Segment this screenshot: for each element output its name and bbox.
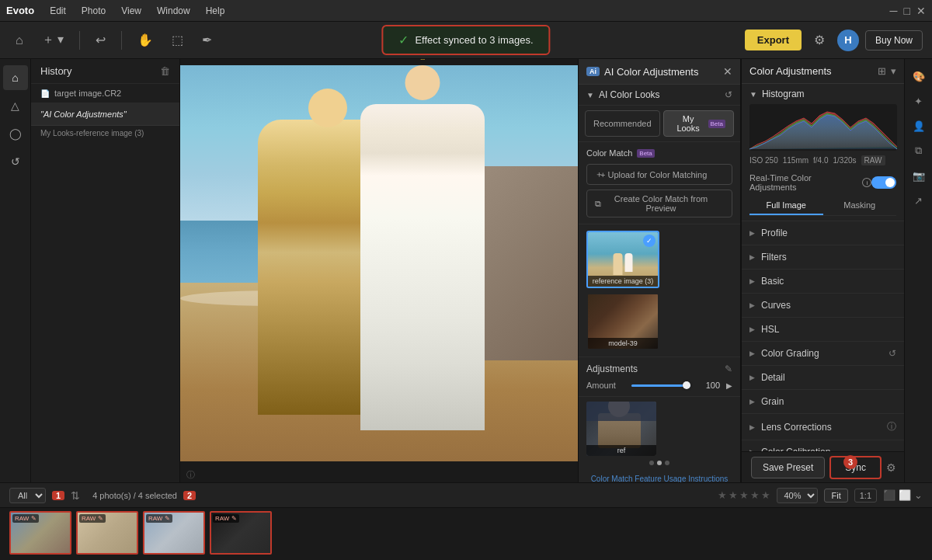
hsl-label: HSL bbox=[761, 324, 779, 335]
retouch-icon[interactable]: ◯ bbox=[3, 121, 28, 146]
tab-my-looks[interactable]: My Looks Beta bbox=[663, 110, 734, 137]
info-icon[interactable]: ⓘ bbox=[186, 469, 195, 481]
accordion-filters-header[interactable]: ▶ Filters bbox=[742, 245, 904, 269]
history-item-file[interactable]: 📄 target image.CR2 bbox=[31, 84, 179, 103]
undo-btn[interactable]: ↩ bbox=[89, 28, 112, 52]
film-thumb-2[interactable]: RAW ✎ bbox=[76, 511, 138, 555]
sync-gear-btn[interactable]: ⚙ bbox=[886, 461, 896, 474]
buy-now-button[interactable]: Buy Now bbox=[865, 30, 923, 50]
bride-figure: ♛ bbox=[360, 104, 485, 430]
history-clear-btn[interactable]: 🗑 bbox=[160, 65, 170, 77]
export-button[interactable]: Export bbox=[745, 30, 802, 50]
ai-panel-close-btn[interactable]: ✕ bbox=[723, 65, 732, 78]
menu-help[interactable]: Help bbox=[203, 4, 228, 18]
refresh-btn[interactable]: ↺ bbox=[725, 89, 732, 100]
layers-icon[interactable]: ⧉ bbox=[908, 140, 930, 162]
adjustments-title: Adjustments bbox=[586, 363, 638, 374]
film-thumb-4[interactable]: RAW ✎ bbox=[210, 511, 272, 555]
realtime-info-icon[interactable]: i bbox=[862, 178, 871, 187]
history-filename: target image.CR2 bbox=[54, 89, 121, 98]
accordion-curves-header[interactable]: ▶ Curves bbox=[742, 294, 904, 317]
minimize-btn[interactable]: ─ bbox=[890, 5, 898, 17]
figure-2 bbox=[625, 253, 633, 272]
history-active-item[interactable]: "AI Color Adjustments" bbox=[31, 103, 179, 126]
history-icon[interactable]: ↺ bbox=[3, 149, 28, 174]
tab-recommended[interactable]: Recommended bbox=[585, 110, 660, 137]
star-3[interactable]: ★ bbox=[739, 489, 749, 501]
color-match-instructions-link[interactable]: Color Match Feature Usage Instructions bbox=[579, 470, 740, 482]
accordion-basic-header[interactable]: ▶ Basic bbox=[742, 270, 904, 293]
ref-thumbnail[interactable]: ref bbox=[586, 402, 656, 456]
accordion-grain-header[interactable]: ▶ Grain bbox=[742, 390, 904, 413]
export-icon[interactable]: ↗ bbox=[908, 190, 930, 211]
expand-btn[interactable]: ▾ bbox=[891, 65, 896, 77]
fit-btn[interactable]: Fit bbox=[824, 489, 847, 503]
crop-btn[interactable]: ⬚ bbox=[165, 28, 190, 52]
close-btn[interactable]: ✕ bbox=[916, 5, 926, 17]
realtime-toggle[interactable] bbox=[871, 176, 896, 189]
avatar-btn[interactable]: H bbox=[837, 30, 859, 51]
accordion-detail-header[interactable]: ▶ Detail bbox=[742, 366, 904, 389]
maximize-btn[interactable]: □ bbox=[904, 5, 910, 17]
camera-icon[interactable]: 📷 bbox=[908, 165, 930, 186]
amount-slider[interactable] bbox=[631, 384, 690, 387]
menu-view[interactable]: View bbox=[118, 4, 144, 18]
adjustments-icon[interactable]: △ bbox=[3, 93, 28, 118]
realtime-label: Real-Time Color Adjustments i bbox=[749, 173, 871, 192]
star-4[interactable]: ★ bbox=[750, 489, 760, 501]
detail-label: Detail bbox=[761, 372, 785, 383]
sort-btn[interactable]: ⇅ bbox=[71, 489, 80, 502]
home-btn[interactable]: ⌂ bbox=[9, 29, 30, 52]
create-color-match-btn[interactable]: ⧉ Create Color Match from Preview bbox=[586, 190, 732, 217]
one-one-btn[interactable]: 1:1 bbox=[854, 489, 877, 503]
thumb-reference[interactable]: ✓ reference image (3) bbox=[586, 231, 659, 288]
slider-fill bbox=[631, 384, 690, 387]
home-icon[interactable]: ⌂ bbox=[3, 65, 28, 90]
menu-edit[interactable]: Edit bbox=[47, 4, 69, 18]
thumb-portrait[interactable]: model-39 bbox=[586, 293, 659, 350]
settings-icon-btn[interactable]: ⚙ bbox=[808, 28, 831, 52]
star-1[interactable]: ★ bbox=[718, 489, 727, 501]
filter-select[interactable]: All bbox=[9, 488, 46, 503]
accordion-color-calibration-header[interactable]: ▶ Color Calibration bbox=[742, 440, 904, 451]
color-grading-arrow-icon: ▶ bbox=[749, 350, 755, 357]
accordion-profile-header[interactable]: ▶ Profile bbox=[742, 221, 904, 245]
hand-tool-btn[interactable]: ✋ bbox=[131, 28, 159, 52]
bottom-area: All 1 ⇅ 4 photo(s) / 4 selected 2 ★ ★ ★ … bbox=[0, 482, 932, 560]
star-2[interactable]: ★ bbox=[729, 489, 738, 501]
add-btn[interactable]: ＋ ▾ bbox=[36, 27, 70, 53]
accordion-lens-corrections-header[interactable]: ▶ Lens Corrections ⓘ bbox=[742, 414, 904, 440]
dot-2[interactable] bbox=[657, 461, 662, 465]
grid-layout-btn[interactable]: ⬛ bbox=[883, 489, 895, 501]
star-5[interactable]: ★ bbox=[761, 489, 770, 501]
film-badge-3: RAW ✎ bbox=[146, 514, 172, 523]
split-layout-btn[interactable]: ⬜ bbox=[899, 489, 911, 501]
expand-view-btn[interactable]: ⌄ bbox=[914, 489, 923, 501]
amount-arrow-icon[interactable]: ▶ bbox=[726, 381, 732, 390]
adjustments-edit-btn[interactable]: ✎ bbox=[725, 363, 732, 374]
save-preset-button[interactable]: Save Preset bbox=[751, 457, 825, 478]
menu-photo[interactable]: Photo bbox=[78, 4, 109, 18]
color-grading-refresh-icon[interactable]: ↺ bbox=[889, 348, 896, 359]
color-icon[interactable]: 🎨 bbox=[908, 65, 930, 87]
filters-arrow-icon: ▶ bbox=[749, 253, 755, 261]
menu-window[interactable]: Window bbox=[154, 4, 193, 18]
dot-1[interactable] bbox=[649, 461, 654, 465]
tab-full-image[interactable]: Full Image bbox=[749, 197, 823, 215]
zoom-select[interactable]: 40% bbox=[777, 488, 818, 503]
slider-thumb[interactable] bbox=[683, 381, 690, 389]
brush-btn[interactable]: ✒ bbox=[196, 28, 218, 52]
star-icon[interactable]: ✦ bbox=[908, 90, 930, 112]
upload-color-match-btn[interactable]: ＋ + Upload for Color Matching bbox=[586, 164, 732, 185]
grid-view-btn[interactable]: ⊞ bbox=[878, 65, 886, 77]
portrait-icon[interactable]: 👤 bbox=[908, 115, 930, 137]
histogram-header[interactable]: ▼ Histogram bbox=[742, 84, 904, 104]
dot-3[interactable] bbox=[665, 461, 669, 465]
film-thumb-1[interactable]: RAW ✎ bbox=[9, 511, 71, 555]
lens-corrections-info-icon[interactable]: ⓘ bbox=[887, 420, 896, 433]
accordion-hsl-header[interactable]: ▶ HSL bbox=[742, 318, 904, 341]
color-looks-header[interactable]: ▼ AI Color Looks ↺ bbox=[579, 85, 740, 106]
film-thumb-3[interactable]: RAW ✎ bbox=[143, 511, 205, 555]
accordion-color-grading-header[interactable]: ▶ Color Grading ↺ bbox=[742, 342, 904, 365]
tab-masking[interactable]: Masking bbox=[823, 197, 897, 215]
